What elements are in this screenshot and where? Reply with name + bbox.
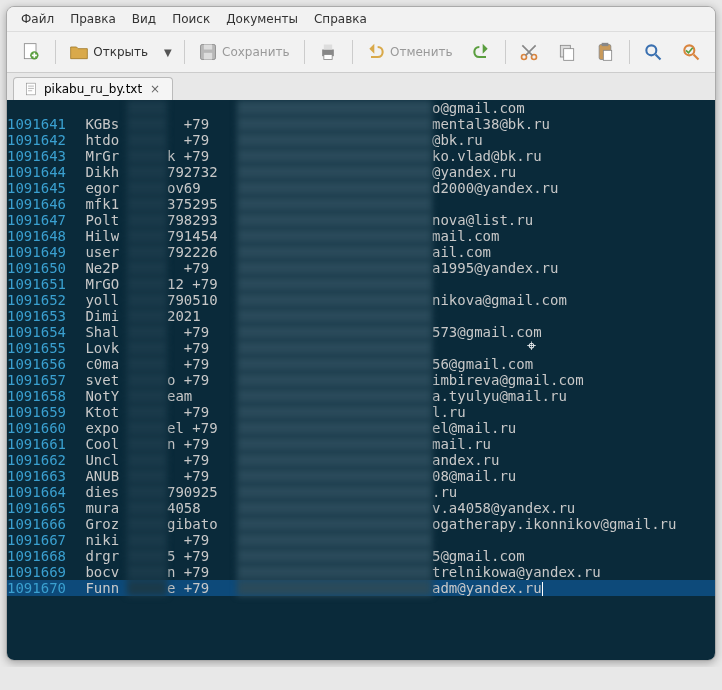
undo-button[interactable]: Отменить [360,38,459,66]
redacted-region [237,516,432,532]
col-email: 5@gmail.com [432,548,715,564]
editor-line[interactable]: 1091664 dies790925.ru [7,484,715,500]
col-email [432,196,715,212]
line-number: 1091652 [7,292,77,308]
editor-line[interactable]: 1091660 expoel +79el@mail.ru [7,420,715,436]
line-number: 1091662 [7,452,77,468]
redacted-region [127,116,167,132]
new-file-icon [21,42,41,62]
editor-line[interactable]: 1091642 htdo +79@bk.ru [7,132,715,148]
open-dropdown[interactable]: ▼ [160,47,176,58]
text-editor-area[interactable]: o@gmail.com1091641 KGBs +79mental38@bk.r… [7,100,715,660]
col-email: 573@gmail.com [432,324,715,340]
printer-icon [318,42,338,62]
redacted-region [127,420,167,436]
menu-search[interactable]: Поиск [164,9,218,29]
file-tab[interactable]: pikabu_ru_by.txt × [13,77,173,100]
editor-line[interactable]: 1091653 Dimi2021 [7,308,715,324]
editor-line[interactable]: 1091659 Ktot +79l.ru [7,404,715,420]
menu-file[interactable]: Файл [13,9,62,29]
col-username: drgr [77,548,127,564]
editor-line[interactable]: 1091657 sveto +79imbireva@gmail.com [7,372,715,388]
editor-line[interactable]: 1091667 niki +79 [7,532,715,548]
save-label: Сохранить [222,45,290,59]
editor-line[interactable]: 1091644 Dikh792732@yandex.ru [7,164,715,180]
editor-line[interactable]: 1091645 egorov69 d2000@yandex.ru [7,180,715,196]
col-email: el@mail.ru [432,420,715,436]
editor-line[interactable]: 1091646 mfk1375295 [7,196,715,212]
col-username: Uncl [77,452,127,468]
editor-line[interactable]: 1091665 mura4058 v.a4058@yandex.ru [7,500,715,516]
redacted-region [237,100,432,116]
redo-button[interactable] [465,38,497,66]
redacted-region [127,468,167,484]
col-username: egor [77,180,127,196]
line-number: 1091669 [7,564,77,580]
col-email: imbireva@gmail.com [432,372,715,388]
editor-line[interactable]: 1091668 drgr5 +795@gmail.com [7,548,715,564]
save-button[interactable]: Сохранить [192,38,296,66]
editor-line[interactable]: 1091666 Grozgibatoogatherapy.ikonnikov@g… [7,516,715,532]
editor-line[interactable]: 1091647 Polt798293nova@list.ru [7,212,715,228]
editor-line[interactable]: 1091650 Ne2P +79a1995@yandex.ru [7,260,715,276]
editor-line[interactable]: o@gmail.com [7,100,715,116]
open-button[interactable]: Открыть [63,38,154,66]
menu-edit[interactable]: Правка [62,9,124,29]
tab-close-button[interactable]: × [148,82,162,96]
editor-line[interactable]: 1091662 Uncl +79andex.ru [7,452,715,468]
cut-button[interactable] [513,38,545,66]
col-username: Ktot [77,404,127,420]
redacted-region [127,388,167,404]
col-phone: 375295 [167,196,237,212]
editor-line[interactable]: 1091670 Funne +79adm@yandex.ru [7,580,715,596]
redacted-region [127,324,167,340]
col-username: Lovk [77,340,127,356]
editor-line[interactable]: 1091649 user792226ail.com [7,244,715,260]
editor-line[interactable]: 1091658 NotYeam a.tyulyu@mail.ru [7,388,715,404]
editor-line[interactable]: 1091648 Hilw791454mail.com [7,228,715,244]
redacted-region [237,276,432,292]
col-email [432,340,715,356]
editor-line[interactable]: 1091656 c0ma +7956@gmail.com [7,356,715,372]
editor-line[interactable]: 1091643 MrGrk +79ko.vlad@bk.ru [7,148,715,164]
editor-line[interactable]: 1091641 KGBs +79mental38@bk.ru [7,116,715,132]
new-file-button[interactable] [15,38,47,66]
find-button[interactable] [637,38,669,66]
redacted-region [127,308,167,324]
toolbar: Открыть ▼ Сохранить Отменить [7,32,715,73]
redacted-region [127,180,167,196]
editor-line[interactable]: 1091654 Shal +79573@gmail.com [7,324,715,340]
undo-label: Отменить [390,45,453,59]
col-username: mura [77,500,127,516]
col-phone: 791454 [167,228,237,244]
menu-documents[interactable]: Документы [218,9,306,29]
editor-line[interactable]: 1091651 MrGO12 +79 [7,276,715,292]
editor-line[interactable]: 1091669 bocvn +79trelnikowa@yandex.ru [7,564,715,580]
find-replace-icon [681,42,701,62]
line-number: 1091647 [7,212,77,228]
redacted-region [237,548,432,564]
line-number: 1091667 [7,532,77,548]
editor-line[interactable]: 1091652 yoll790510nikova@gmail.com [7,292,715,308]
redacted-region [127,532,167,548]
redacted-region [127,292,167,308]
editor-line[interactable]: 1091663 ANUB +7908@mail.ru [7,468,715,484]
line-number: 1091646 [7,196,77,212]
menu-view[interactable]: Вид [124,9,164,29]
find-replace-button[interactable] [675,38,707,66]
col-email: mail.ru [432,436,715,452]
line-number: 1091656 [7,356,77,372]
editor-line[interactable]: 1091655 Lovk +79 [7,340,715,356]
col-phone: ov69 [167,180,237,196]
editor-line[interactable]: 1091661 Cooln +79mail.ru [7,436,715,452]
line-number: 1091654 [7,324,77,340]
redacted-region [127,148,167,164]
redacted-region [127,500,167,516]
print-button[interactable] [312,38,344,66]
copy-button[interactable] [551,38,583,66]
menu-help[interactable]: Справка [306,9,375,29]
paste-button[interactable] [589,38,621,66]
line-number: 1091645 [7,180,77,196]
copy-icon [557,42,577,62]
svg-rect-6 [324,45,332,50]
